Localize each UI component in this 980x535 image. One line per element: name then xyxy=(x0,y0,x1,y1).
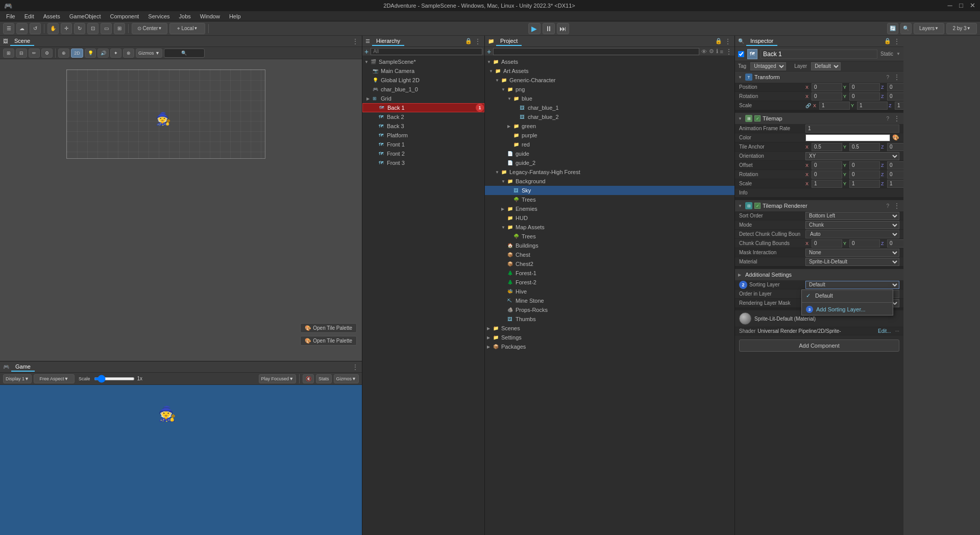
mute-btn[interactable]: 🔇 xyxy=(303,374,314,383)
tilemap-renderer-header[interactable]: ▼ ⊟ ✓ Tilemap Renderer ? ⋮ xyxy=(735,200,903,211)
step-button[interactable]: ⏭ xyxy=(557,23,569,34)
project-tab[interactable]: Project xyxy=(496,37,522,46)
tm-scale-z[interactable] xyxy=(887,180,903,188)
nav-btn[interactable]: ⊗ xyxy=(123,48,134,58)
tilemap-check[interactable]: ✓ xyxy=(754,115,761,121)
search-btn[interactable]: 🔍 xyxy=(900,23,912,34)
layers-btn[interactable]: Layers ▼ xyxy=(914,23,944,34)
light-btn[interactable]: 💡 xyxy=(85,48,96,58)
sorting-layer-default-option[interactable]: ✓ Default xyxy=(802,290,893,301)
aspect-selector[interactable]: Free Aspect ▼ xyxy=(34,374,75,383)
paint-btn[interactable]: ✏ xyxy=(29,48,40,58)
project-chest2[interactable]: 📦 Chest2 xyxy=(485,259,734,269)
project-purple[interactable]: 📁 purple xyxy=(485,131,734,140)
hierarchy-more[interactable]: ⋮ xyxy=(474,37,481,45)
project-search-input[interactable] xyxy=(493,48,699,55)
stats-btn[interactable]: Stats xyxy=(316,374,332,383)
scene-menu-btn[interactable]: ⋮ xyxy=(352,37,359,45)
project-art-assets[interactable]: ▼ 📁 Art Assets xyxy=(485,66,734,76)
project-enemies[interactable]: ▶ 📁 Enemies xyxy=(485,204,734,213)
obj-name-input[interactable] xyxy=(761,50,877,59)
rot-y[interactable] xyxy=(849,92,880,101)
project-trees[interactable]: 🌳 Trees xyxy=(485,195,734,204)
2d-btn[interactable]: 2D xyxy=(71,48,83,58)
hierarchy-item-front2[interactable]: 🗺 Front 2 xyxy=(362,149,484,158)
play-button[interactable]: ▶ xyxy=(528,23,541,34)
mode-select[interactable]: Chunk xyxy=(805,221,899,229)
shader-dots[interactable]: ··· xyxy=(895,328,899,334)
snap-btn[interactable]: ⊟ xyxy=(16,48,27,58)
minimize-button[interactable]: ─ xyxy=(946,2,953,9)
project-green[interactable]: ▶ 📁 green xyxy=(485,121,734,131)
pos-y[interactable] xyxy=(849,83,880,91)
pos-z[interactable] xyxy=(887,83,903,91)
tilemap-help[interactable]: ? xyxy=(886,116,889,121)
additional-settings-header[interactable]: ▶ Additional Settings xyxy=(735,269,903,280)
scene-gear[interactable]: ⚙ xyxy=(41,48,53,58)
project-settings[interactable]: ▶ 📁 Settings xyxy=(485,333,734,342)
layout-btn[interactable]: 2 by 3 ▼ xyxy=(946,23,977,34)
tm-offset-z[interactable] xyxy=(887,161,903,169)
project-dots[interactable]: ⋮ xyxy=(725,47,732,56)
pause-button[interactable]: ⏸ xyxy=(543,23,555,34)
tilemap-dots[interactable]: ⋮ xyxy=(893,114,900,123)
hierarchy-item-char[interactable]: 🎮 char_blue_1_0 xyxy=(362,85,484,94)
hierarchy-item-back2[interactable]: 🗺 Back 2 xyxy=(362,112,484,121)
add-component-button[interactable]: Add Component xyxy=(739,339,899,352)
pos-x[interactable] xyxy=(812,83,842,91)
menu-window[interactable]: Window xyxy=(196,12,224,20)
obj-active-checkbox[interactable] xyxy=(738,51,744,57)
project-forest1[interactable]: 🌲 Forest-1 xyxy=(485,269,734,278)
menu-assets[interactable]: Assets xyxy=(39,12,64,20)
hierarchy-item-front3[interactable]: 🗺 Front 3 xyxy=(362,158,484,167)
chunk-x[interactable] xyxy=(812,239,842,248)
rotate-tool[interactable]: ↻ xyxy=(74,23,85,34)
transform-dots[interactable]: ⋮ xyxy=(893,73,900,81)
hierarchy-search-input[interactable] xyxy=(371,48,482,55)
project-legacy-forest[interactable]: ▼ 📁 Legacy-Fantasy-High Forest xyxy=(485,167,734,177)
project-char-blue2[interactable]: 🖼 char_blue_2 xyxy=(485,112,734,121)
project-hive[interactable]: 🐝 Hive xyxy=(485,287,734,296)
scale-x[interactable] xyxy=(819,102,850,110)
move-tool[interactable]: ✛ xyxy=(61,23,72,34)
hierarchy-item-back1[interactable]: 🗺 Back 1 1 xyxy=(362,103,484,112)
rot-z[interactable] xyxy=(887,92,903,101)
cloud-btn[interactable]: ☁ xyxy=(16,23,28,34)
play-focused-btn[interactable]: Play Focused ▼ xyxy=(259,374,296,383)
vfx-btn[interactable]: ✦ xyxy=(110,48,121,58)
project-add-btn[interactable]: + xyxy=(487,47,491,56)
project-info[interactable]: ℹ xyxy=(716,48,718,55)
tm-rot-x[interactable] xyxy=(812,171,842,179)
game-gizmos-btn[interactable]: Gizmos ▼ xyxy=(334,374,359,383)
game-canvas[interactable]: 🧙 xyxy=(0,385,362,535)
game-tab[interactable]: Game xyxy=(11,362,35,372)
tm-scale-x[interactable] xyxy=(812,180,842,188)
hierarchy-item-platform[interactable]: 🗺 Platform xyxy=(362,131,484,140)
tmr-dots[interactable]: ⋮ xyxy=(893,202,900,210)
scale-tool[interactable]: ⊡ xyxy=(87,23,99,34)
local-btn[interactable]: ⌖ Local ▼ xyxy=(169,23,205,34)
layer-selector[interactable]: Default xyxy=(811,62,841,70)
scale-slider[interactable] xyxy=(94,377,135,380)
inspector-tab[interactable]: Inspector xyxy=(746,37,777,46)
hierarchy-item-front1[interactable]: 🗺 Front 1 xyxy=(362,140,484,149)
orientation-select[interactable]: XY xyxy=(805,152,899,160)
project-char-blue1[interactable]: 🖼 char_blue_1 xyxy=(485,103,734,112)
scene-search-field[interactable]: 🔍 xyxy=(164,48,205,58)
anchor-y[interactable] xyxy=(849,143,880,151)
mask-interaction-select[interactable]: None xyxy=(805,249,899,257)
project-filter[interactable]: ⚙ xyxy=(709,48,714,55)
menu-file[interactable]: File xyxy=(2,12,19,20)
chunk-y[interactable] xyxy=(849,239,880,248)
transform-help[interactable]: ? xyxy=(886,75,889,80)
tilemap-renderer-check[interactable]: ✓ xyxy=(754,203,761,209)
menu-edit[interactable]: Edit xyxy=(20,12,38,20)
tilemap-header[interactable]: ▼ ⊞ ✓ Tilemap ? ⋮ xyxy=(735,113,903,124)
menu-component[interactable]: Component xyxy=(106,12,143,20)
project-map-trees[interactable]: 🌳 Trees xyxy=(485,232,734,241)
project-sky[interactable]: 🖼 Sky xyxy=(485,186,734,195)
anchor-x[interactable] xyxy=(812,143,842,151)
sorting-layer-select[interactable]: Default xyxy=(805,281,899,289)
tm-rot-z[interactable] xyxy=(887,171,903,179)
scale-y[interactable] xyxy=(857,102,888,110)
